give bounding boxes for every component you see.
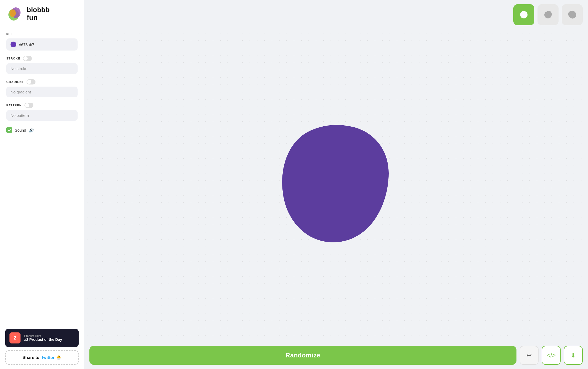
share-twitter-button[interactable]: Share to Twitter 🐣 [5,350,79,365]
sound-label: Sound [15,128,26,132]
ph-rank-icon: 2 [9,332,21,343]
stroke-row: STROKE [6,56,78,61]
gradient-toggle[interactable] [27,79,36,84]
sidebar: blobbb fun FILL #673ab7 STROKE No stroke… [0,0,84,369]
sound-checkbox[interactable] [6,127,12,133]
blob-canvas [84,29,588,342]
blob-shape [268,115,404,255]
blob2-icon [567,9,577,20]
product-hunt-badge[interactable]: 2 Product Hunt #2 Product of the Day [5,329,79,347]
shape-btn-blob2[interactable] [562,4,583,25]
gradient-row: GRADIENT [6,79,78,84]
pattern-row: PATTERN [6,103,78,108]
twitter-label-pre: Share to [23,355,39,360]
circle-icon [519,9,529,20]
pattern-label: PATTERN [6,104,22,107]
sound-icon: 🔊 [29,128,34,133]
stroke-label: STROKE [6,57,20,60]
stroke-toggle[interactable] [23,56,32,61]
blob-container [268,115,404,256]
shape-selector [84,0,588,29]
pattern-value: No pattern [6,110,78,121]
blob1-icon [543,9,553,20]
twitter-label-link: Twitter [41,355,54,360]
ph-text-block: Product Hunt #2 Product of the Day [24,334,62,342]
code-button[interactable]: </> [542,346,561,365]
bottom-bar: Randomize ↩ </> ⬇ [84,342,588,369]
pattern-toggle[interactable] [24,103,33,108]
shape-btn-blob1[interactable] [538,4,559,25]
fill-color-value: #673ab7 [19,42,34,47]
gradient-label: GRADIENT [6,80,24,83]
logo-area: blobbb fun [0,0,84,27]
code-icon: </> [547,352,556,359]
sidebar-bottom: 2 Product Hunt #2 Product of the Day Sha… [0,325,84,369]
fill-label: FILL [6,33,78,36]
download-button[interactable]: ⬇ [564,346,583,365]
undo-icon: ↩ [526,352,532,359]
fill-color-picker[interactable]: #673ab7 [6,38,78,51]
stroke-value: No stroke [6,63,78,74]
randomize-button[interactable]: Randomize [89,346,516,365]
main-area: Randomize ↩ </> ⬇ [84,0,588,369]
ph-title: #2 Product of the Day [24,337,62,342]
download-icon: ⬇ [571,352,576,359]
logo-icon [6,5,23,22]
shape-btn-circle[interactable] [513,4,534,25]
sound-row: Sound 🔊 [6,127,78,133]
twitter-emoji: 🐣 [56,355,61,360]
ph-source: Product Hunt [24,334,62,337]
fill-color-dot [11,42,16,47]
app-title: blobbb fun [27,6,50,21]
gradient-value: No gradient [6,87,78,97]
sidebar-controls: FILL #673ab7 STROKE No stroke GRADIENT N… [0,27,84,325]
undo-button[interactable]: ↩ [520,346,539,365]
svg-point-3 [520,11,528,18]
svg-point-2 [9,9,16,17]
